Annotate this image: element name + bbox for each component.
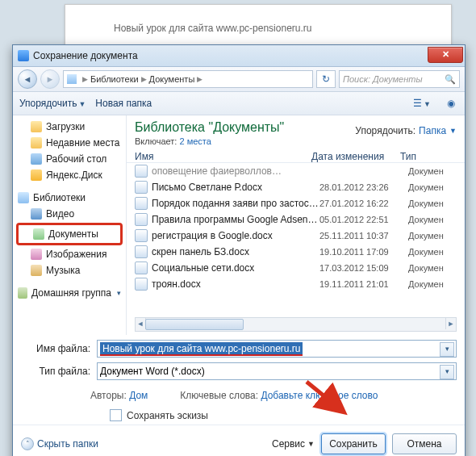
- sidebar: Загрузки Недавние места Рабочий стол Янд…: [13, 115, 127, 335]
- filename-history-dropdown[interactable]: ▾: [440, 342, 454, 357]
- word-doc-icon: [135, 261, 148, 274]
- tools-menu[interactable]: Сервис ▼: [272, 438, 315, 450]
- file-row[interactable]: Письмо Светлане Р.docx28.01.2012 23:26До…: [135, 179, 465, 195]
- breadcrumb-item[interactable]: Документы: [149, 74, 195, 84]
- column-headers[interactable]: Имя Дата изменения Тип: [127, 148, 465, 163]
- file-date: 27.01.2012 16:22: [319, 199, 408, 208]
- includes-label: Включает:: [135, 136, 177, 146]
- sidebar-item-label: Загрузки: [46, 121, 85, 132]
- sidebar-item-desktop[interactable]: Рабочий стол: [13, 151, 126, 167]
- nav-back-button[interactable]: ◄: [18, 69, 37, 89]
- sidebar-item-videos[interactable]: Видео: [13, 206, 126, 222]
- scroll-right-button[interactable]: ►: [445, 318, 456, 329]
- sidebar-item-downloads[interactable]: Загрузки: [13, 119, 126, 135]
- organize-menu[interactable]: Упорядочить▼: [19, 98, 86, 109]
- sidebar-item-yandex-disk[interactable]: Яндекс.Диск: [13, 167, 126, 183]
- file-list[interactable]: оповещение фаиерволлов…ДокуменПисьмо Све…: [127, 163, 465, 316]
- file-type: Докумен: [408, 215, 465, 224]
- keywords-value[interactable]: Добавьте ключевое слово: [261, 390, 378, 401]
- file-type: Докумен: [408, 231, 465, 241]
- save-thumbnail-checkbox[interactable]: [110, 409, 122, 421]
- sidebar-item-label: Документы: [48, 228, 98, 240]
- scroll-thumb[interactable]: [145, 319, 244, 330]
- word-doc-icon: [135, 245, 148, 258]
- filename-value: Новый урок для сайта www.pc-pensioneru.r…: [100, 342, 303, 355]
- view-menu[interactable]: ☰▼: [410, 98, 434, 109]
- file-date: 05.01.2012 22:51: [319, 215, 408, 224]
- sidebar-group-libraries[interactable]: Библиотеки: [13, 190, 126, 206]
- chevron-right-icon: ▶: [82, 75, 88, 83]
- sidebar-item-label: Изображения: [46, 249, 106, 260]
- music-icon: [31, 265, 42, 276]
- sidebar-group-homegroup[interactable]: Домашняя группа▾: [13, 285, 126, 301]
- lib-icon: [67, 74, 77, 84]
- filetype-select[interactable]: Документ Word (*.docx) ▾: [97, 362, 457, 380]
- filetype-value: Документ Word (*.docx): [100, 366, 205, 377]
- desktop-icon: [31, 153, 42, 165]
- horizontal-scrollbar[interactable]: ◄ ►: [135, 317, 457, 332]
- file-date: 25.11.2011 10:37: [319, 231, 408, 241]
- library-header: Библиотека "Документы" Включает: 2 места…: [127, 115, 465, 148]
- help-button[interactable]: ◉: [444, 98, 458, 109]
- hide-folders-button[interactable]: ˄ Скрыть папки: [21, 437, 98, 450]
- word-doc-icon: [135, 213, 148, 226]
- save-button[interactable]: Сохранить: [321, 433, 386, 454]
- file-date: 28.01.2012 23:26: [319, 182, 408, 192]
- new-folder-button[interactable]: Новая папка: [95, 98, 152, 109]
- documents-icon: [33, 228, 44, 240]
- arrange-by-value[interactable]: Папка: [419, 125, 446, 136]
- close-button[interactable]: ✕: [428, 47, 463, 63]
- dialog-footer: ˄ Скрыть папки Сервис ▼ Сохранить Отмена: [13, 425, 465, 456]
- refresh-button[interactable]: ↻: [316, 70, 336, 88]
- includes-link[interactable]: 2 места: [179, 136, 211, 146]
- file-date: 19.11.2011 21:01: [319, 279, 408, 289]
- file-row[interactable]: Социальные сети.docx17.03.2012 15:09Доку…: [135, 260, 465, 276]
- recent-icon: [31, 137, 42, 149]
- sidebar-item-recent[interactable]: Недавние места: [13, 135, 126, 151]
- col-type[interactable]: Тип: [400, 151, 457, 162]
- file-row[interactable]: скрен панель БЗ.docx19.10.2011 17:09Доку…: [135, 244, 465, 260]
- file-name: Правила программы Google Adsense.d...: [152, 214, 319, 225]
- file-row[interactable]: Порядок подання заяви про застосува...27…: [135, 195, 465, 211]
- nav-bar: ◄ ► ▶ Библиотеки ▶ Документы ▶ ↻ Поиск: …: [13, 67, 465, 92]
- filetype-dropdown-button[interactable]: ▾: [440, 365, 454, 379]
- toolbar: Упорядочить▼ Новая папка ☰▼ ◉: [13, 92, 465, 115]
- sidebar-item-music[interactable]: Музыка: [13, 262, 126, 278]
- arrange-by-label: Упорядочить:: [355, 125, 415, 136]
- sidebar-item-pictures[interactable]: Изображения: [13, 246, 126, 262]
- nav-forward-button[interactable]: ►: [40, 69, 60, 89]
- file-name: регистрация в Google.docx: [152, 230, 319, 241]
- callout-highlight: Документы: [16, 223, 123, 245]
- file-row[interactable]: Правила программы Google Adsense.d...05.…: [135, 211, 465, 228]
- file-row[interactable]: оповещение фаиерволлов…Докумен: [135, 163, 465, 179]
- filename-input[interactable]: Новый урок для сайта www.pc-pensioneru.r…: [97, 340, 457, 358]
- cancel-button[interactable]: Отмена: [392, 433, 457, 454]
- video-icon: [31, 208, 42, 220]
- breadcrumb[interactable]: ▶ Библиотеки ▶ Документы ▶: [63, 70, 313, 88]
- search-input[interactable]: Поиск: Документы 🔍: [339, 70, 460, 88]
- file-type: Докумен: [408, 166, 465, 176]
- file-name: Социальные сети.docx: [152, 262, 319, 274]
- keywords-label: Ключевые слова:: [180, 390, 258, 401]
- file-name: Письмо Светлане Р.docx: [152, 182, 319, 193]
- file-name: троян.docx: [152, 278, 319, 290]
- filename-label: Имя файла:: [21, 343, 97, 354]
- library-subtitle: Включает: 2 места: [135, 136, 355, 146]
- file-row[interactable]: регистрация в Google.docx25.11.2011 10:3…: [135, 228, 465, 244]
- breadcrumb-item[interactable]: Библиотеки: [90, 74, 139, 84]
- col-date[interactable]: Дата изменения: [311, 151, 400, 162]
- library-title: Библиотека "Документы": [135, 120, 355, 135]
- chevron-right-icon: ▶: [197, 75, 203, 83]
- homegroup-icon: [18, 287, 27, 299]
- word-doc-icon: [135, 165, 148, 178]
- sidebar-item-label: Яндекс.Диск: [46, 169, 102, 181]
- main-pane: Библиотека "Документы" Включает: 2 места…: [127, 115, 465, 335]
- file-date: 17.03.2012 15:09: [319, 263, 408, 273]
- file-type: Докумен: [408, 263, 465, 273]
- dialog-title: Сохранение документа: [33, 50, 138, 61]
- sidebar-item-label: Видео: [46, 208, 74, 220]
- file-row[interactable]: троян.docx19.11.2011 21:01Докумен: [135, 276, 465, 292]
- col-name[interactable]: Имя: [135, 151, 311, 162]
- sidebar-item-documents[interactable]: Документы: [19, 226, 120, 242]
- authors-value[interactable]: Дом: [129, 390, 148, 401]
